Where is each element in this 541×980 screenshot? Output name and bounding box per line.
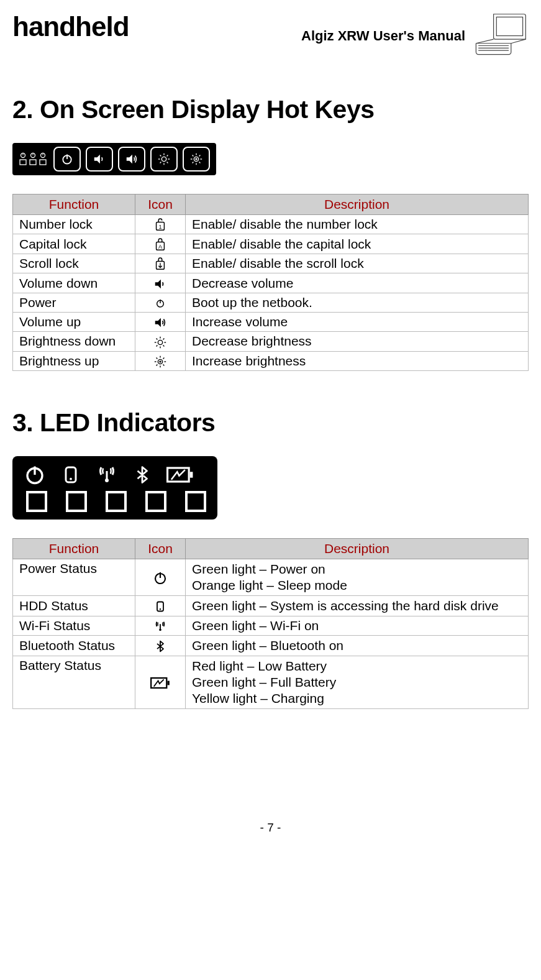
svg-rect-38 [496,17,522,35]
table-row: Volume down Decrease volume [13,273,529,293]
cell-function: Power Status [13,559,135,596]
table-row: Number lock Enable/ disable the number l… [13,215,529,234]
power-icon [135,559,186,596]
cell-description: Decrease volume [186,273,529,293]
cell-description: Enable/ disable the number lock [186,215,529,234]
cell-description: Red light – Low Battery Green light – Fu… [186,656,529,708]
cell-description: Green light – Power on Orange light – Sl… [186,559,529,596]
battery-icon [135,656,186,708]
hotkey-brightup-button [183,147,210,172]
mini-indicator-icon [39,150,47,168]
table-row: Power Status Green light – Power on Oran… [13,559,529,596]
cell-description: Enable/ disable the capital lock [186,234,529,254]
bluetooth-icon [135,636,186,656]
table-row: Volume up Increase volume [13,312,529,331]
cell-description: Increase brightness [186,351,529,370]
section-3-heading: 3. LED Indicators [12,408,529,437]
numlock-icon [135,215,186,234]
cell-function: Battery Status [13,656,135,708]
brand-logo: handheld [12,11,129,42]
led-slot [145,491,166,512]
table-row: Scroll lock Enable/ disable the scroll l… [13,254,529,273]
cell-description: Green light – Wi-Fi on [186,616,529,635]
table-row: Bluetooth Status Green light – Bluetooth… [13,636,529,656]
cell-function: Brightness up [13,351,135,370]
hotkey-volup-button [118,147,145,172]
page-number: - 7 - [12,821,529,835]
table-header-row: Function Icon Description [13,195,529,215]
cell-description: Increase volume [186,312,529,331]
th-description: Description [186,195,529,215]
cell-function: Volume down [13,273,135,293]
hotkey-voldown-button [86,147,113,172]
mini-indicator-icon [29,150,37,168]
manual-title-block: Algiz XRW User's Manual [301,11,529,61]
hotkeys-table: Function Icon Description Number lock En… [12,194,529,371]
th-description: Description [186,539,529,559]
manual-title-text: Algiz XRW User's Manual [301,28,465,44]
cell-function: Brightness down [13,332,135,351]
table-row: HDD Status Green light – System is acces… [13,596,529,616]
capslock-icon [135,234,186,254]
mini-indicator-icon [19,150,27,168]
power-icon [135,293,186,312]
th-function: Function [13,195,135,215]
hotkey-brightdown-button [150,147,178,172]
wifi-icon [96,464,118,486]
scrolllock-icon [135,254,186,273]
led-slot [185,491,206,512]
cell-function: Number lock [13,215,135,234]
table-header-row: Function Icon Description [13,539,529,559]
hotkey-power-button [53,147,81,172]
cell-description: Enable/ disable the scroll lock [186,254,529,273]
cell-function: Power [13,293,135,312]
table-row: Capital lock Enable/ disable the capital… [13,234,529,254]
power-icon [24,464,46,486]
table-row: Wi-Fi Status Green light – Wi-Fi on [13,616,529,635]
th-icon: Icon [135,195,186,215]
hdd-icon [61,464,81,486]
volume-down-icon [135,273,186,293]
wifi-icon [135,616,186,635]
cell-description: Green light – Bluetooth on [186,636,529,656]
table-row: Brightness down Decrease brightness [13,332,529,351]
th-function: Function [13,539,135,559]
led-panel-image [12,456,217,520]
cell-function: Scroll lock [13,254,135,273]
laptop-icon [470,11,529,61]
table-row: Power Boot up the netbook. [13,293,529,312]
cell-function: Bluetooth Status [13,636,135,656]
hdd-icon [135,596,186,616]
cell-function: HDD Status [13,596,135,616]
led-slot [106,491,127,512]
th-icon: Icon [135,539,186,559]
cell-function: Volume up [13,312,135,331]
cell-description: Green light – System is accessing the ha… [186,596,529,616]
table-row: Brightness up Increase brightness [13,351,529,370]
battery-icon [166,465,194,484]
brightness-down-icon [135,332,186,351]
table-row: Battery Status Red light – Low Battery G… [13,656,529,708]
led-table: Function Icon Description Power Status G… [12,538,529,708]
cell-function: Wi-Fi Status [13,616,135,635]
led-slot [66,491,87,512]
section-2-heading: 2. On Screen Display Hot Keys [12,95,529,124]
cell-description: Decrease brightness [186,332,529,351]
volume-up-icon [135,312,186,331]
page-header: handheld Algiz XRW User's Manual [12,11,529,61]
led-slot [26,491,47,512]
brightness-up-icon [135,351,186,370]
cell-description: Boot up the netbook. [186,293,529,312]
hotkey-bar-image [12,143,216,175]
bluetooth-icon [133,464,152,486]
cell-function: Capital lock [13,234,135,254]
